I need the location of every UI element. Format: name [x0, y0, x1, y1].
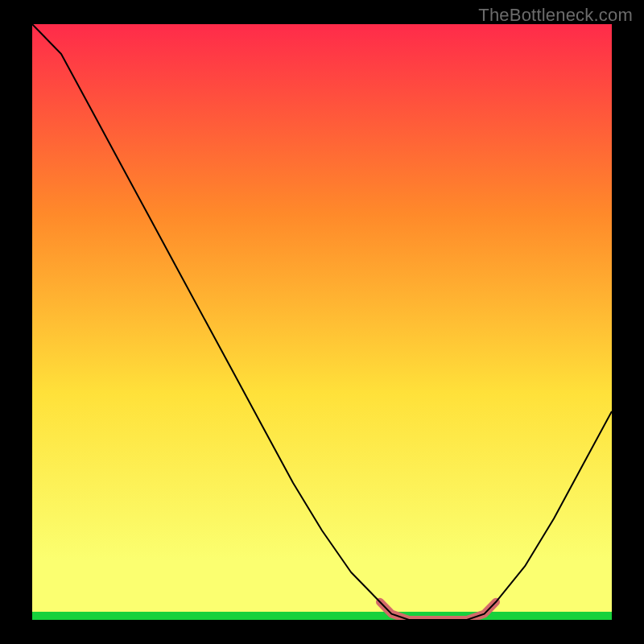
watermark-text: TheBottleneck.com	[478, 5, 633, 26]
green-baseline-band	[32, 612, 612, 620]
plot-area	[32, 24, 612, 620]
chart-container: TheBottleneck.com	[0, 0, 644, 644]
chart-svg	[32, 24, 612, 620]
